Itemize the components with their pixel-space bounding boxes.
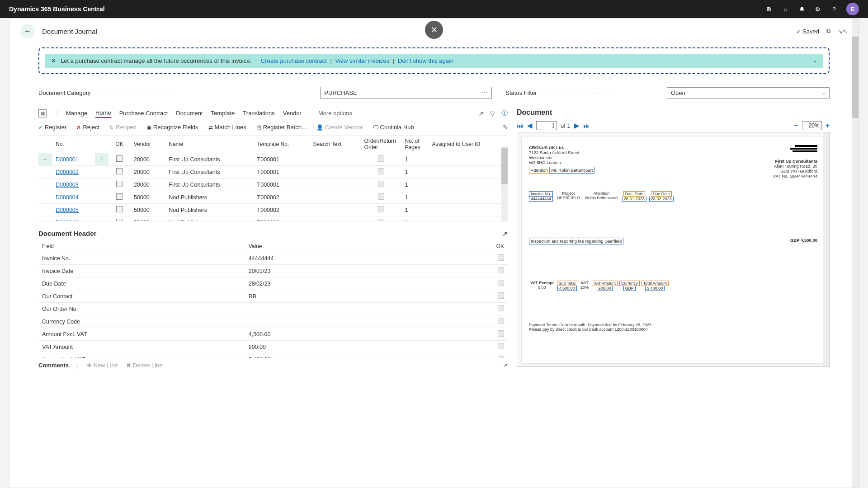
topbar-actions: 🗎 ⌕ 🔔︎ ⚙ ? E [765, 3, 859, 15]
search-icon[interactable]: ⌕ [781, 5, 789, 13]
avatar[interactable]: E [846, 3, 859, 15]
app-title: Dynamics 365 Business Central [9, 5, 105, 13]
gear-icon[interactable]: ⚙ [814, 5, 822, 13]
avatar-initial: E [851, 6, 855, 13]
topbar: Dynamics 365 Business Central 🗎 ⌕ 🔔︎ ⚙ ?… [0, 0, 868, 18]
document-icon[interactable]: 🗎 [765, 5, 773, 13]
bell-icon[interactable]: 🔔︎ [797, 5, 806, 13]
help-icon[interactable]: ? [830, 5, 838, 13]
